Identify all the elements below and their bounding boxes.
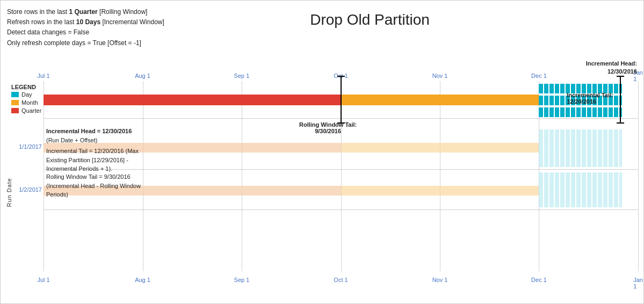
axis-bottom-jul: Jul 1 [37,277,49,283]
axis-label-nov: Nov 1 [432,73,448,79]
bar-day-light-2 [539,172,622,207]
gridline-jan [638,81,639,271]
axis-bottom: Jul 1 Aug 1 Sep 1 Oct 1 Nov 1 Dec 1 Jan … [44,277,638,287]
axis-label-jul: Jul 1 [37,73,49,79]
legend-quarter-label: Quarter [21,107,41,114]
bar-quarter-red [44,95,341,105]
annotation-head-text: Incremental Head = 12/30/2016 [46,128,132,134]
annotation-rolling-text: Rolling Window Tail = 9/30/2016(Incremen… [46,173,141,198]
incremental-head-label: Incremental Head:12/30/2016 [586,60,637,76]
ibeam-jan-top [617,76,624,77]
axis-bottom-aug: Aug 1 [135,277,150,283]
row-label-2: 1/2/2017 [7,186,42,193]
header-info: Store rows in the last 1 Quarter [Rollin… [7,7,164,48]
bar-month-orange [341,95,539,105]
annotation-tail-text: Incremental Tail = 12/20/2016 (MaxExisti… [46,148,139,172]
chart-row-1: 1/1/2017 Incremental Head = 12/30/2016 (… [44,124,638,170]
bar-month-light-2 [341,186,539,196]
axis-label-dec: Dec 1 [531,73,547,79]
annotation-head-sub: (Run Date + Offset) [46,137,97,143]
annotation-rolling: Rolling Window Tail = 9/30/2016(Incremen… [46,172,141,199]
row-label-1: 1/1/2017 [7,143,42,150]
page-title: Drop Old Partition [310,11,430,28]
ibeam-jan [617,76,624,124]
legend-day-box [11,92,19,97]
axis-label-sep: Sep 1 [234,73,250,79]
header-line1: Store rows in the last 1 Quarter [Rollin… [7,7,164,17]
ibeam-jan-bottom [617,122,624,124]
axis-bottom-jan: Jan 1 [633,277,643,289]
chart-row-main: Rolling Window Tail:9/30/2016 Incrementa… [44,81,638,119]
axis-label-aug: Aug 1 [135,73,150,79]
axis-bottom-nov: Nov 1 [432,277,448,283]
legend-month-box [11,100,19,105]
header-days-bold: 10 Days [76,18,100,26]
chart-rows-container: Rolling Window Tail:9/30/2016 Incrementa… [44,81,638,271]
incremental-tail-label: Incremental Tail:12/20/2016 [567,92,613,105]
chart-area: Jul 1 Aug 1 Sep 1 Oct 1 Nov 1 Dec 1 Jan … [6,70,638,287]
bar-day-teal-top3 [539,107,622,117]
bar-month-light-1 [341,143,539,153]
ibeam-oct-top [337,76,345,77]
axis-bottom-dec: Dec 1 [531,277,547,283]
axis-bottom-sep: Sep 1 [234,277,250,283]
bar-day-light-1 [539,129,622,167]
header-line4: Only refresh complete days = True [Offse… [7,38,164,48]
header-line2: Refresh rows in the last 10 Days [Increm… [7,17,164,27]
chart-row-2: 1/2/2017 Rolling Window Tail = 9/30/2016… [44,170,638,210]
annotation-head: Incremental Head = 12/30/2016 (Run Date … [46,127,132,144]
header-quarter-bold: 1 Quarter [69,8,97,16]
header-line3: Detect data changes = False [7,27,164,38]
ibeam-jan-line [620,76,621,124]
axis-bottom-oct: Oct 1 [334,277,348,283]
legend-quarter-box [11,108,19,113]
main-container: Store rows in the last 1 Quarter [Rollin… [0,0,644,304]
ibeam-oct-line [341,76,342,124]
legend-month-label: Month [21,99,38,106]
ibeam-oct [337,76,345,124]
legend-day-label: Day [21,91,32,98]
